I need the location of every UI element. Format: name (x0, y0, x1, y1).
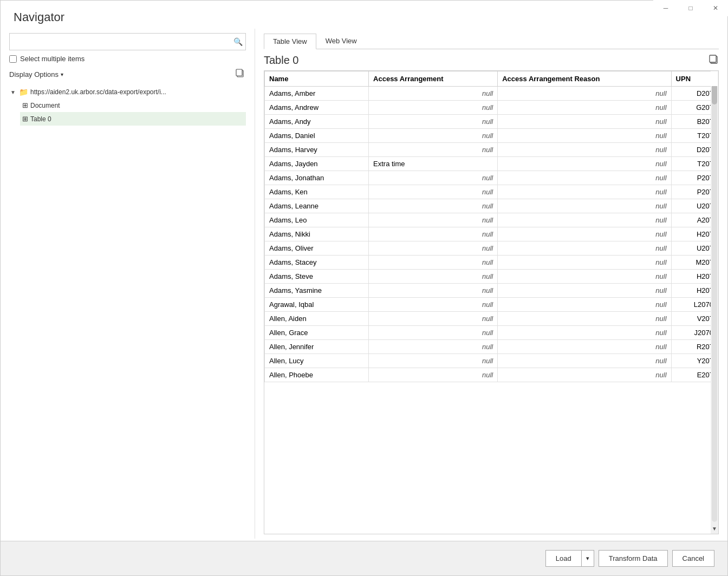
scroll-left-button[interactable]: ‹ (264, 534, 284, 535)
folder-icon: 📁 (19, 88, 28, 96)
svg-rect-3 (710, 55, 716, 62)
cell-name: Adams, Stacey (265, 256, 369, 270)
table-row: Adams, NikkinullnullH207 (265, 227, 718, 241)
cell-access: null (369, 298, 498, 312)
table-row: Adams, StevenullnullH207 (265, 270, 718, 284)
table-icon-table0: ⊞ (22, 115, 28, 123)
select-multiple-checkbox[interactable] (9, 55, 17, 63)
cell-name: Agrawal, Iqbal (265, 298, 369, 312)
tabs-row: Table View Web View (264, 33, 719, 49)
maximize-button[interactable]: □ (678, 0, 703, 16)
load-button[interactable]: Load (545, 550, 582, 567)
display-options-row: Display Options ▾ (9, 67, 246, 81)
cell-access: null (369, 368, 498, 382)
cell-reason: null (498, 143, 671, 157)
load-dropdown-button[interactable]: ▾ (582, 550, 594, 567)
search-icon: 🔍 (233, 37, 243, 46)
cell-access: null (369, 213, 498, 227)
display-options-button[interactable]: Display Options ▾ (9, 69, 63, 80)
scroll-right-button[interactable]: › (699, 534, 718, 535)
table-container-header: Table 0 (264, 54, 719, 67)
table-row: Adams, LeonullnullA207 (265, 213, 718, 227)
table-header-row: Name Access Arrangement Access Arrangeme… (265, 71, 718, 87)
search-box-wrap: 🔍 (9, 33, 246, 50)
cell-name: Adams, Leo (265, 213, 369, 227)
table-row: Agrawal, IqbalnullnullL2070 (265, 298, 718, 312)
cell-access: null (369, 354, 498, 368)
bottom-bar: Load ▾ Transform Data Cancel (1, 541, 727, 575)
tree-root-label: https://aiden2.uk.arbor.sc/data-export/e… (30, 88, 166, 96)
table-copy-button[interactable] (708, 54, 719, 67)
col-name: Name (265, 71, 369, 87)
table-row: Adams, AmbernullnullD207 (265, 87, 718, 101)
col-reason: Access Arrangement Reason (498, 71, 671, 87)
vscroll-down-button[interactable]: ▼ (711, 523, 718, 534)
tree-document-label: Document (30, 102, 60, 109)
table-row: Allen, LucynullnullY207 (265, 354, 718, 368)
table-row: Adams, KennullnullP207 (265, 185, 718, 199)
cell-name: Adams, Jonathan (265, 171, 369, 185)
cell-reason: null (498, 129, 671, 143)
cell-name: Adams, Ken (265, 185, 369, 199)
cell-access: null (369, 326, 498, 340)
table-row: Adams, OlivernullnullU207 (265, 241, 718, 256)
cell-reason: null (498, 270, 671, 284)
cell-access: null (369, 185, 498, 199)
cell-reason: null (498, 199, 671, 213)
tab-web-view[interactable]: Web View (316, 33, 366, 49)
table-copy-icon (708, 54, 719, 64)
cell-access: null (369, 270, 498, 284)
table-row: Adams, HarveynullnullD207 (265, 143, 718, 157)
tree-child-document[interactable]: ⊞ Document (20, 99, 246, 112)
cell-access: null (369, 101, 498, 115)
window-header: Navigator (1, 1, 727, 29)
cell-reason: null (498, 340, 671, 354)
cell-name: Adams, Steve (265, 270, 369, 284)
copy-icon-button[interactable] (234, 67, 246, 81)
table-row: Adams, JonathannullnullP207 (265, 171, 718, 185)
cell-name: Adams, Andrew (265, 101, 369, 115)
cell-access: null (369, 312, 498, 326)
cell-name: Allen, Lucy (265, 354, 369, 368)
tree-root-item[interactable]: ▼ 📁 https://aiden2.uk.arbor.sc/data-expo… (9, 86, 246, 99)
table-wrapper: Name Access Arrangement Access Arrangeme… (264, 70, 719, 534)
navigator-window: Navigator 🔍 Select multiple items Displa… (0, 0, 728, 576)
cell-name: Adams, Jayden (265, 157, 369, 171)
cell-reason: null (498, 312, 671, 326)
load-button-group: Load ▾ (545, 550, 594, 567)
transform-data-button[interactable]: Transform Data (599, 550, 668, 567)
tab-table-view[interactable]: Table View (264, 34, 316, 49)
cell-reason: null (498, 326, 671, 340)
table-row: Allen, AidennullnullV207 (265, 312, 718, 326)
search-input[interactable] (9, 33, 246, 50)
table-row: Adams, StaceynullnullM207 (265, 256, 718, 270)
minimize-button[interactable]: ─ (653, 0, 678, 16)
cell-reason: null (498, 368, 671, 382)
tree-table0-label: Table 0 (30, 115, 51, 123)
scroll-controls: ‹ › (264, 534, 718, 534)
cancel-button[interactable]: Cancel (672, 550, 714, 567)
svg-rect-1 (236, 69, 242, 76)
content-area: 🔍 Select multiple items Display Options … (1, 29, 727, 539)
cell-name: Adams, Amber (265, 87, 369, 101)
close-button[interactable]: ✕ (703, 0, 728, 16)
cell-reason: null (498, 256, 671, 270)
cell-reason: null (498, 185, 671, 199)
vertical-scrollbar: ▲ ▼ (711, 71, 718, 534)
display-options-label: Display Options (9, 70, 58, 78)
copy-icon (235, 68, 245, 78)
cell-reason: null (498, 227, 671, 241)
table-row: Allen, GracenullnullJ2070 (265, 326, 718, 340)
cell-access: null (369, 256, 498, 270)
cell-name: Allen, Grace (265, 326, 369, 340)
window-title: Navigator (14, 10, 714, 24)
tree-child-table0[interactable]: ⊞ Table 0 (20, 112, 246, 126)
col-upn: UPN (671, 71, 718, 87)
table-row: Adams, JaydenExtra timenullT207 (265, 157, 718, 171)
cell-access: null (369, 340, 498, 354)
tree-expand-arrow: ▼ (10, 89, 17, 95)
cell-name: Adams, Andy (265, 115, 369, 129)
table-row: Adams, AndynullnullB207 (265, 115, 718, 129)
table-scroll-area[interactable]: Name Access Arrangement Access Arrangeme… (264, 71, 718, 534)
table-row: Allen, JennifernullnullR207 (265, 340, 718, 354)
